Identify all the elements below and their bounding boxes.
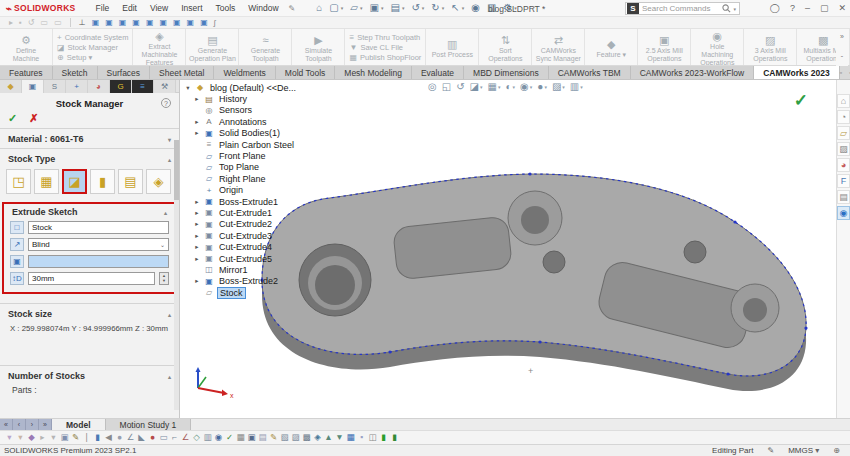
minimize-icon[interactable]: – — [805, 4, 810, 13]
sketch-tool-29[interactable]: ◈ — [312, 433, 323, 442]
camworks-sync-manager-button[interactable]: ⇄CAMWorks Sync Manager — [534, 32, 582, 63]
sketch-tool-16[interactable]: ⌐ — [169, 433, 180, 442]
expand-icon[interactable]: ▸ — [193, 232, 201, 240]
sketch-tool-24[interactable]: ▤ — [257, 433, 268, 442]
cancel-button[interactable]: ✗ — [29, 112, 38, 125]
tab-camworks-2023-workflow[interactable]: CAMWorks 2023-WorkFlow — [631, 66, 755, 79]
sketch-tool-4[interactable]: ▸ — [37, 433, 48, 442]
tab-scroll-1[interactable]: ‹ — [13, 419, 26, 430]
hide-show-items-button[interactable]: ◉▾ — [520, 82, 532, 92]
open-document-button[interactable]: ▱▾ — [347, 1, 365, 16]
sketch-tool-22[interactable]: ▦ — [235, 433, 246, 442]
tree-item-cut-extrude5[interactable]: ▸▣Cut-Extrude5 — [184, 253, 298, 264]
workflow-step8-icon[interactable]: ▣ — [184, 19, 198, 27]
tab-sheet-metal[interactable]: Sheet Metal — [150, 66, 214, 79]
material-section-header[interactable]: Material : 6061-T6 ▾ — [0, 131, 179, 146]
material-expand-icon[interactable]: ▾ — [168, 136, 171, 143]
tree-item-stock[interactable]: ▱Stock — [184, 287, 298, 298]
appearances-icon[interactable]: ◕ — [837, 158, 850, 172]
design-library-icon[interactable]: ▱ — [837, 126, 850, 140]
sketch-tool-20[interactable]: ◉ — [213, 433, 224, 442]
dropdown-caret-icon[interactable]: ▾ — [530, 84, 533, 90]
end-condition-select[interactable]: Blind ⌄ — [28, 238, 169, 251]
tab-camworks-tbm[interactable]: CAMWorks TBM — [549, 66, 631, 79]
workflow-step7-icon[interactable]: ▣ — [170, 19, 184, 27]
featuremanager-design-tree-tab[interactable]: ◆ — [0, 80, 22, 93]
ribbon-collapse-icon[interactable]: ˆ — [841, 55, 843, 62]
sketch-tool-17[interactable]: ∠ — [180, 433, 191, 442]
new-document-button[interactable]: ▢▾ — [326, 1, 346, 16]
workflow-frame2-icon[interactable]: ▭ — [51, 19, 65, 27]
tree-item-cut-extrude4[interactable]: ▸▣Cut-Extrude4 — [184, 241, 298, 252]
tree-item-mirror1[interactable]: ◫Mirror1 — [184, 264, 298, 275]
solidworks-forum-icon[interactable]: ▤ — [837, 190, 850, 204]
login-icon[interactable]: ◯ — [770, 4, 780, 13]
extrude-sketch-header[interactable]: Extrude Sketch ▴ — [4, 204, 175, 219]
sketch-tool-19[interactable]: ▥ — [202, 433, 213, 442]
tree-item-history[interactable]: ▸▤History — [184, 93, 298, 104]
graphics-viewport[interactable]: + x ◎◱↺◪▾▦▾◐▾◉▾●▾▨▾▥▾ ▾◆blog (Default) <… — [180, 80, 836, 418]
section-view-button[interactable]: ◪▾ — [470, 82, 483, 92]
workflow-step6-icon[interactable]: ▣ — [156, 19, 170, 27]
sketch-tool-28[interactable]: ▩ — [301, 433, 312, 442]
stock-type-expand-icon[interactable]: ▴ — [168, 156, 171, 163]
counterbore-hole[interactable] — [521, 206, 549, 234]
sketch-tool-36[interactable]: ▮ — [389, 433, 400, 442]
dropdown-caret-icon[interactable]: ▾ — [513, 84, 516, 90]
dropdown-caret-icon[interactable]: ▾ — [498, 84, 501, 90]
center-hole[interactable] — [543, 251, 565, 273]
view-settings-button[interactable]: ▥▾ — [570, 82, 583, 92]
tab-motion-study-1[interactable]: Motion Study 1 — [106, 419, 192, 430]
dropdown-caret-icon[interactable]: ▾ — [562, 84, 565, 90]
stock-type-cylinder[interactable]: ▮ — [90, 169, 115, 194]
hole-machining-operations-button[interactable]: ◉Hole Machining Operations — [693, 29, 741, 66]
tab-scroll-0[interactable]: « — [0, 419, 13, 430]
tree-item-top-plane[interactable]: ▱Top Plane — [184, 162, 298, 173]
workflow-step5-icon[interactable]: ▣ — [143, 19, 157, 27]
expand-icon[interactable]: ▸ — [193, 255, 201, 263]
dropdown-caret-icon[interactable]: ▾ — [381, 5, 384, 11]
generate-operation-plan-button[interactable]: ▤Generate Operation Plan — [188, 32, 236, 63]
camworks-pane-icon[interactable]: ◉ — [837, 206, 850, 220]
tab-surfaces[interactable]: Surfaces — [98, 66, 151, 79]
paperclip-icon[interactable]: ʃ — [211, 19, 219, 27]
sketch-tool-8[interactable]: | — [81, 433, 92, 442]
panel-scrollbar[interactable] — [174, 140, 179, 410]
dropdown-caret-icon[interactable]: ▾ — [462, 5, 465, 11]
tree-root[interactable]: ▾◆blog (Default) <<De... — [184, 82, 298, 93]
stock-type-extruded-sketch[interactable]: ◪ — [62, 169, 87, 194]
post-process-button[interactable]: ▥Post Process — [428, 36, 476, 59]
sketch-tool-35[interactable]: ▮ — [378, 433, 389, 442]
close-icon[interactable]: ✕ — [838, 4, 846, 13]
dropdown-caret-icon[interactable]: ▾ — [402, 5, 405, 11]
depth-stepper[interactable]: ▲▼ — [159, 272, 169, 285]
dropdown-caret-icon[interactable]: ▾ — [341, 5, 344, 11]
sketch-tool-34[interactable]: ◫ — [367, 433, 378, 442]
tab-scroll-2[interactable]: › — [26, 419, 39, 430]
sketch-tool-21[interactable]: ✓ — [224, 433, 235, 442]
sketch-tool-25[interactable]: ✎ — [268, 433, 279, 442]
edit-appearance-button[interactable]: ●▾ — [537, 82, 547, 92]
camworks-feature-tree-tab[interactable]: G — [110, 80, 132, 93]
stepper-down-icon[interactable]: ▼ — [160, 279, 168, 285]
tab-sketch[interactable]: Sketch — [53, 66, 98, 79]
stock-type-pre-defined-box[interactable]: ▦ — [34, 169, 59, 194]
dropdown-caret-icon[interactable]: ▾ — [360, 5, 363, 11]
3-axis-mill-operations-button[interactable]: ▨3 Axis Mill Operations — [746, 32, 794, 63]
tab-camworks-2023[interactable]: CAMWorks 2023 — [754, 66, 839, 79]
workflow-step9-icon[interactable]: ▣ — [197, 19, 211, 27]
tree-item-plain-carbon-steel[interactable]: ≡Plain Carbon Steel — [184, 139, 298, 150]
extract-machinable-features-button[interactable]: ◈Extract Machinable Features — [135, 29, 183, 66]
sketch-tool-12[interactable]: ∠ — [125, 433, 136, 442]
pane-icon-1[interactable]: ▫ — [840, 69, 842, 76]
camworks-tools-tab[interactable]: ⚒ — [154, 80, 176, 93]
sketch-tool-5[interactable]: ▾ — [48, 433, 59, 442]
home-icon[interactable]: ⌂ — [837, 94, 850, 108]
sketch-tool-15[interactable]: ▭ — [158, 433, 169, 442]
extrude-expand-icon[interactable]: ▴ — [164, 209, 167, 216]
rebuild-button[interactable]: ◉ — [468, 1, 483, 16]
tab-mold-tools[interactable]: Mold Tools — [276, 66, 335, 79]
restore-icon[interactable]: ▢ — [820, 4, 829, 13]
home-button[interactable]: ⌂ — [313, 1, 325, 16]
workflow-play-icon[interactable]: ▸ — [6, 19, 16, 27]
